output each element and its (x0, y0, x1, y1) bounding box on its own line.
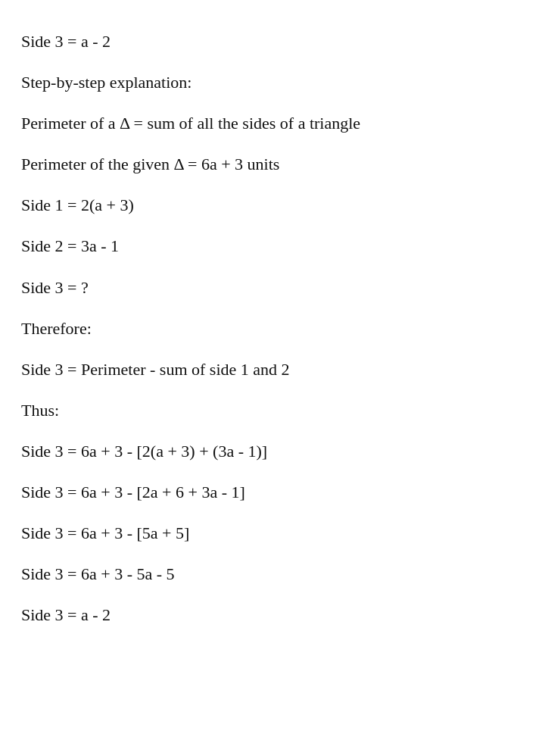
thus-line: Thus: (21, 390, 524, 431)
perimeter-given-line: Perimeter of the given Δ = 6a + 3 units (21, 144, 524, 185)
calc4-line: Side 3 = 6a + 3 - 5a - 5 (21, 554, 524, 595)
solution-content: Side 3 = a - 2 Step-by-step explanation:… (21, 21, 524, 636)
answer-line: Side 3 = a - 2 (21, 21, 524, 62)
side2-line: Side 2 = 3a - 1 (21, 226, 524, 267)
calc1-line: Side 3 = 6a + 3 - [2(a + 3) + (3a - 1)] (21, 431, 524, 472)
side3-formula-line: Side 3 = Perimeter - sum of side 1 and 2 (21, 349, 524, 390)
calc3-line: Side 3 = 6a + 3 - [5a + 5] (21, 513, 524, 554)
result-line: Side 3 = a - 2 (21, 595, 524, 636)
side3-unknown-line: Side 3 = ? (21, 267, 524, 308)
calc2-line: Side 3 = 6a + 3 - [2a + 6 + 3a - 1] (21, 472, 524, 513)
therefore-line: Therefore: (21, 308, 524, 349)
side1-line: Side 1 = 2(a + 3) (21, 185, 524, 226)
perimeter-def-line: Perimeter of a Δ = sum of all the sides … (21, 103, 524, 144)
step-heading-line: Step-by-step explanation: (21, 62, 524, 103)
